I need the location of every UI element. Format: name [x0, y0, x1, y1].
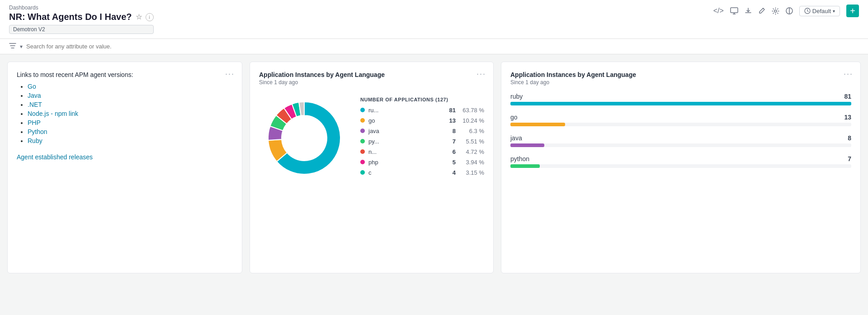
bar-label: python — [510, 155, 529, 162]
bar-section: go 13 — [510, 114, 851, 126]
code-icon[interactable]: </> — [713, 7, 724, 15]
legend-label: php — [368, 159, 439, 166]
bar-fill — [510, 164, 540, 168]
go-link[interactable]: Go — [28, 83, 36, 90]
breadcrumb: Dashboards — [9, 5, 154, 11]
legend-pct: 5.51 % — [459, 138, 484, 145]
download-icon[interactable] — [745, 7, 752, 14]
legend-label: c — [368, 169, 439, 176]
legend-row: go 13 10.24 % — [360, 117, 484, 124]
default-label: Default — [812, 8, 831, 14]
agent-releases-link[interactable]: Agent established releases — [17, 153, 233, 161]
chevron-down-icon: ▾ — [833, 9, 835, 14]
left-panel-menu[interactable]: ··· — [225, 69, 235, 79]
legend-dot — [360, 149, 365, 154]
dotnet-link[interactable]: .NET — [28, 101, 42, 108]
legend-count: 5 — [442, 159, 456, 166]
legend-label: java — [368, 128, 439, 134]
legend-dot — [360, 139, 365, 143]
php-link[interactable]: PHP — [28, 119, 41, 126]
page-title-text: NR: What Agents Do I Have? — [9, 12, 132, 22]
bar-section: python 7 — [510, 155, 851, 168]
donut-chart — [259, 93, 349, 183]
legend-row: c 4 3.15 % — [360, 169, 484, 176]
account-badge: Demotron V2 — [9, 25, 154, 34]
bar-label: java — [510, 134, 522, 142]
main-content: ··· Links to most recent APM agent versi… — [0, 54, 868, 281]
legend-dot — [360, 129, 365, 133]
legend-label: py... — [368, 138, 439, 145]
filter-icon[interactable] — [9, 43, 16, 50]
bar-count: 13 — [844, 114, 851, 121]
python-link[interactable]: Python — [28, 128, 47, 135]
list-item: Python — [28, 128, 233, 135]
legend-table: NUMBER OF APPLICATIONS (127) ru... 81 63… — [360, 97, 484, 180]
theme-icon[interactable] — [786, 7, 793, 14]
bar-track — [510, 164, 851, 168]
search-input[interactable] — [26, 43, 162, 50]
links-heading: Links to most recent APM agent versions: — [17, 71, 233, 78]
bar-fill — [510, 143, 544, 147]
java-link[interactable]: Java — [28, 92, 41, 99]
top-bar-right: </> Default ▾ + — [713, 5, 859, 17]
legend-pct: 6.3 % — [459, 128, 484, 134]
list-item: Node.js - npm link — [28, 110, 233, 117]
list-item: Java — [28, 92, 233, 99]
right-panel-subtitle: Since 1 day ago — [510, 79, 851, 86]
list-item: .NET — [28, 101, 233, 108]
bar-track — [510, 123, 851, 126]
bar-fill — [510, 123, 565, 126]
right-panel: ··· Application Instances by Agent Langu… — [501, 62, 861, 273]
nodejs-link[interactable]: Node.js - npm link — [28, 110, 78, 117]
bar-section: ruby 81 — [510, 93, 851, 105]
default-time-picker[interactable]: Default ▾ — [799, 6, 840, 16]
legend-count: 6 — [442, 148, 456, 155]
top-bar-left: Dashboards NR: What Agents Do I Have? ☆ … — [9, 5, 154, 34]
bar-fill — [510, 102, 851, 105]
ruby-link[interactable]: Ruby — [28, 137, 42, 144]
links-list: Go Java .NET Node.js - npm link PHP Pyth… — [17, 83, 233, 144]
bar-label-row: java 8 — [510, 134, 851, 142]
legend-pct: 63.78 % — [459, 107, 484, 114]
bar-label-row: python 7 — [510, 155, 851, 162]
add-button[interactable]: + — [846, 5, 859, 17]
bar-label: go — [510, 114, 518, 121]
legend-pct: 10.24 % — [459, 117, 484, 124]
left-panel: ··· Links to most recent APM agent versi… — [7, 62, 242, 273]
bar-count: 7 — [848, 155, 851, 162]
settings-icon[interactable] — [772, 7, 779, 15]
legend-count: 4 — [442, 169, 456, 176]
legend-dot — [360, 118, 365, 123]
legend-label: n... — [368, 148, 439, 155]
legend-dot — [360, 160, 365, 164]
legend-pct: 4.72 % — [459, 148, 484, 155]
list-item: Ruby — [28, 137, 233, 144]
right-panel-menu[interactable]: ··· — [844, 69, 853, 79]
star-icon[interactable]: ☆ — [136, 13, 142, 21]
chart-header: NUMBER OF APPLICATIONS (127) — [360, 97, 484, 102]
filter-chevron-icon[interactable]: ▾ — [20, 43, 23, 50]
bar-label-row: ruby 81 — [510, 93, 851, 100]
edit-icon[interactable] — [758, 7, 765, 14]
legend-row: py... 7 5.51 % — [360, 138, 484, 145]
middle-panel: ··· Application Instances by Agent Langu… — [250, 62, 494, 273]
middle-panel-menu[interactable]: ··· — [476, 69, 486, 79]
right-panel-title: Application Instances by Agent Language — [510, 71, 851, 78]
page-title-row: NR: What Agents Do I Have? ☆ i — [9, 12, 154, 22]
svg-point-8 — [283, 116, 326, 160]
info-icon[interactable]: i — [146, 13, 154, 21]
legend-row: n... 6 4.72 % — [360, 148, 484, 155]
svg-point-3 — [774, 10, 777, 12]
chart-area: NUMBER OF APPLICATIONS (127) ru... 81 63… — [259, 93, 484, 183]
legend-dot — [360, 170, 365, 175]
bar-track — [510, 102, 851, 105]
bar-label: ruby — [510, 93, 523, 100]
legend-label: ru... — [368, 107, 439, 114]
legend-pct: 3.94 % — [459, 159, 484, 166]
bar-label-row: go 13 — [510, 114, 851, 121]
legend-count: 8 — [442, 128, 456, 134]
bar-track — [510, 143, 851, 147]
monitor-icon[interactable] — [730, 7, 738, 14]
filter-bar: ▾ — [0, 39, 868, 54]
middle-panel-subtitle: Since 1 day ago — [259, 79, 484, 86]
